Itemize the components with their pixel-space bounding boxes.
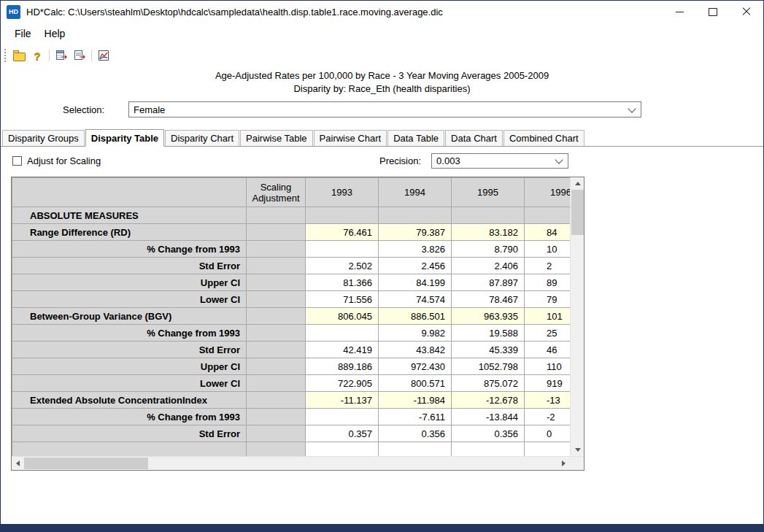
value-cell: 889.186 bbox=[306, 358, 379, 375]
table-row: Upper CI889.186972.4301052.798110 bbox=[12, 358, 571, 375]
value-cell: 2.502 bbox=[306, 258, 379, 274]
value-cell: 0.356 bbox=[379, 425, 452, 442]
toolbar-separator bbox=[91, 50, 92, 61]
column-header: 1995 bbox=[452, 178, 525, 207]
minimize-button[interactable] bbox=[663, 1, 696, 23]
value-cell: 972.430 bbox=[379, 358, 452, 375]
scaling-cell bbox=[247, 274, 306, 291]
export-report-icon[interactable] bbox=[73, 49, 86, 62]
value-cell: 84 bbox=[525, 224, 571, 241]
row-label: Upper CI bbox=[12, 274, 247, 291]
value-cell: -11.137 bbox=[306, 392, 379, 409]
value-cell: 0.357 bbox=[306, 425, 379, 442]
precision-label: Precision: bbox=[379, 155, 421, 166]
maximize-icon bbox=[709, 8, 717, 16]
value-cell: 43.842 bbox=[379, 342, 452, 358]
controls-row: Adjust for Scaling Precision: 0.003 bbox=[1, 153, 763, 169]
menu-help[interactable]: Help bbox=[38, 25, 72, 42]
scaling-cell bbox=[247, 425, 306, 442]
row-label: Upper CI bbox=[12, 358, 247, 375]
value-cell: 74.574 bbox=[379, 291, 452, 308]
value-cell: 42.419 bbox=[306, 342, 379, 358]
open-file-icon[interactable] bbox=[12, 49, 26, 62]
table-row: Upper CI81.36684.19987.89789 bbox=[12, 274, 571, 291]
row-label: Std Error bbox=[12, 425, 247, 442]
horizontal-scrollbar[interactable] bbox=[12, 456, 584, 470]
precision-value: 0.003 bbox=[436, 155, 460, 166]
value-cell: -13.844 bbox=[452, 409, 525, 425]
row-label: Between-Group Variance (BGV) bbox=[12, 308, 247, 325]
row-label: Extended Absolute ConcentrationIndex bbox=[12, 392, 247, 409]
tab-disparity-table[interactable]: Disparity Table bbox=[85, 129, 164, 147]
precision-group: Precision: 0.003 bbox=[379, 153, 568, 169]
value-cell: 0.356 bbox=[452, 425, 525, 442]
value-cell bbox=[525, 207, 571, 224]
value-cell: 2.456 bbox=[379, 258, 452, 274]
table-row: % Change from 19939.98219.58825 bbox=[12, 325, 571, 342]
value-cell bbox=[306, 325, 379, 342]
row-label: Std Error bbox=[12, 342, 247, 358]
selection-label: Selection: bbox=[63, 104, 104, 115]
vertical-scrollbar[interactable] bbox=[570, 177, 584, 456]
column-header: 1994 bbox=[379, 178, 452, 207]
data-table: Scaling Adjustment1993199419951996 ABSOL… bbox=[12, 177, 570, 456]
value-cell: 19.588 bbox=[452, 325, 525, 342]
vertical-scrollbar-thumb[interactable] bbox=[571, 190, 584, 235]
toolbar: ? bbox=[1, 45, 763, 66]
horizontal-scrollbar-track[interactable] bbox=[12, 457, 570, 470]
value-cell: 46 bbox=[525, 342, 571, 358]
value-cell: 79.387 bbox=[379, 224, 452, 241]
value-cell: 2.406 bbox=[452, 258, 525, 274]
arrow-right-icon bbox=[562, 460, 566, 466]
scaling-cell bbox=[247, 241, 306, 258]
value-cell: 83.182 bbox=[452, 224, 525, 241]
toolbar-separator bbox=[49, 50, 50, 61]
folder-icon bbox=[13, 53, 26, 61]
disparity-table-area: Scaling Adjustment1993199419951996 ABSOL… bbox=[11, 177, 584, 471]
row-label: Lower CI bbox=[12, 375, 247, 392]
scroll-up-button[interactable] bbox=[571, 177, 584, 190]
horizontal-scrollbar-thumb[interactable] bbox=[24, 458, 148, 469]
value-cell: 71.556 bbox=[306, 291, 379, 308]
value-cell: -13 bbox=[525, 392, 571, 409]
value-cell: -2 bbox=[525, 409, 571, 425]
tab-data-table[interactable]: Data Table bbox=[387, 130, 444, 146]
value-cell: 45.339 bbox=[452, 342, 525, 358]
scaling-cell bbox=[247, 308, 306, 325]
chevron-down-icon bbox=[628, 104, 636, 112]
adjust-scaling-checkbox[interactable] bbox=[12, 156, 22, 166]
precision-dropdown[interactable]: 0.003 bbox=[431, 153, 568, 169]
scroll-left-button[interactable] bbox=[12, 457, 24, 470]
selection-row: Selection: Female bbox=[1, 101, 763, 119]
maximize-button[interactable] bbox=[696, 1, 730, 23]
value-cell: 10 bbox=[525, 241, 571, 258]
scaling-cell bbox=[247, 207, 306, 224]
tab-disparity-groups[interactable]: Disparity Groups bbox=[2, 130, 85, 146]
value-cell: 81.366 bbox=[306, 274, 379, 291]
tab-pairwise-chart[interactable]: Pairwise Chart bbox=[314, 130, 387, 146]
export-data-icon[interactable] bbox=[55, 49, 68, 62]
value-cell bbox=[306, 241, 379, 258]
scaling-cell bbox=[247, 224, 306, 241]
table-row: Std Error0.3570.3560.3560 bbox=[12, 425, 571, 442]
close-button[interactable] bbox=[730, 1, 763, 23]
menu-file[interactable]: File bbox=[8, 25, 38, 42]
chart-icon[interactable] bbox=[97, 49, 110, 62]
app-window: HD HD*Calc: C:\Users\steahlm\Desktop\hdc… bbox=[0, 0, 764, 532]
table-row: Std Error2.5022.4562.4062 bbox=[12, 258, 571, 274]
scaling-cell bbox=[247, 375, 306, 392]
tab-data-chart[interactable]: Data Chart bbox=[445, 130, 503, 146]
tab-combined-chart[interactable]: Combined Chart bbox=[503, 130, 584, 146]
app-icon: HD bbox=[7, 5, 20, 19]
tab-pairwise-table[interactable]: Pairwise Table bbox=[240, 130, 313, 146]
selection-dropdown[interactable]: Female bbox=[128, 101, 641, 117]
scroll-down-button[interactable] bbox=[571, 444, 584, 456]
value-cell: 110 bbox=[525, 358, 571, 375]
close-icon bbox=[742, 7, 751, 16]
value-cell: 25 bbox=[525, 325, 571, 342]
tab-strip: Disparity GroupsDisparity TableDisparity… bbox=[1, 128, 763, 147]
help-icon[interactable]: ? bbox=[31, 49, 44, 62]
column-header: Scaling Adjustment bbox=[247, 178, 306, 207]
tab-disparity-chart[interactable]: Disparity Chart bbox=[165, 130, 239, 146]
scroll-right-button[interactable] bbox=[557, 457, 570, 470]
